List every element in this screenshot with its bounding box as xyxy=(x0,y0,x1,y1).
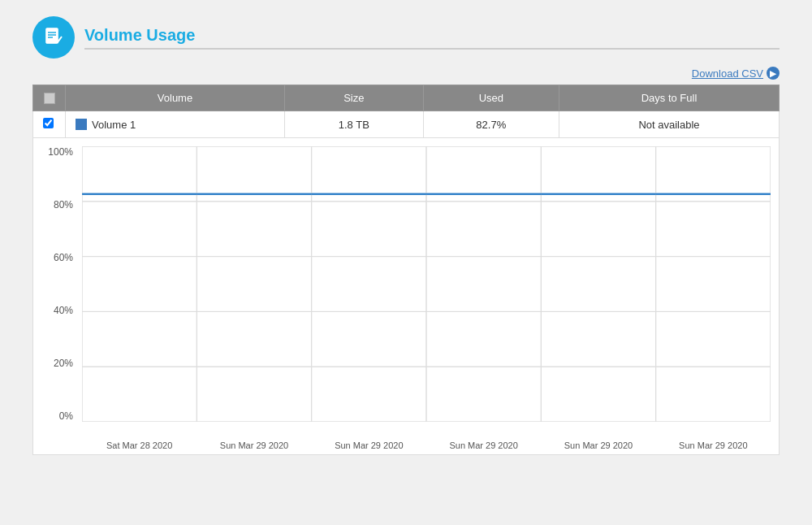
volume-usage-icon xyxy=(32,16,75,59)
x-label: Sun Mar 29 2020 xyxy=(656,440,771,450)
row-volume: Volume 1 xyxy=(66,111,285,138)
y-label-60: 60% xyxy=(54,252,73,263)
row-checkbox[interactable] xyxy=(43,118,54,128)
row-days-to-full: Not available xyxy=(559,111,780,138)
row-used: 82.7% xyxy=(423,111,559,138)
table-row: Volume 1 1.8 TB 82.7% Not available xyxy=(33,111,780,138)
table-header-volume: Volume xyxy=(66,85,285,111)
volume-color-indicator xyxy=(76,119,87,130)
page-wrapper: Volume Usage Download CSV ▶ Volume Size … xyxy=(0,0,812,525)
section-title: Volume Usage xyxy=(84,26,780,50)
row-size: 1.8 TB xyxy=(285,111,424,138)
table-header-size: Size xyxy=(285,85,424,111)
x-label: Sun Mar 29 2020 xyxy=(541,440,655,450)
y-label-0: 0% xyxy=(59,410,73,422)
chart-container: 100% 80% 60% 40% 20% 0% Sat Mar 28 2020S… xyxy=(32,138,780,455)
table-header-days-to-full: Days to Full xyxy=(559,85,780,111)
volume-usage-section: Volume Usage Download CSV ▶ Volume Size … xyxy=(32,16,780,455)
header-checkbox[interactable] xyxy=(44,93,55,104)
y-axis-labels: 100% 80% 60% 40% 20% 0% xyxy=(33,146,78,422)
x-label: Sun Mar 29 2020 xyxy=(197,440,311,450)
y-label-40: 40% xyxy=(54,305,73,316)
download-csv-label: Download CSV xyxy=(692,67,763,80)
chart-grid-area xyxy=(82,146,771,422)
x-label: Sat Mar 28 2020 xyxy=(82,440,197,450)
download-icon: ▶ xyxy=(767,67,780,80)
row-checkbox-cell[interactable] xyxy=(33,111,66,138)
x-label: Sun Mar 29 2020 xyxy=(312,440,426,450)
x-label: Sun Mar 29 2020 xyxy=(426,440,541,450)
x-axis-labels: Sat Mar 28 2020Sun Mar 29 2020Sun Mar 29… xyxy=(82,440,771,450)
y-label-100: 100% xyxy=(48,146,73,158)
download-csv-row: Download CSV ▶ xyxy=(32,67,780,80)
y-label-80: 80% xyxy=(54,199,73,210)
y-label-20: 20% xyxy=(54,358,73,369)
table-header-checkbox xyxy=(33,85,66,111)
volume-usage-table: Volume Size Used Days to Full Volume 1 1… xyxy=(32,85,780,138)
table-header-used: Used xyxy=(423,85,559,111)
section-header: Volume Usage xyxy=(32,16,780,59)
download-csv-link[interactable]: Download CSV ▶ xyxy=(692,67,780,80)
